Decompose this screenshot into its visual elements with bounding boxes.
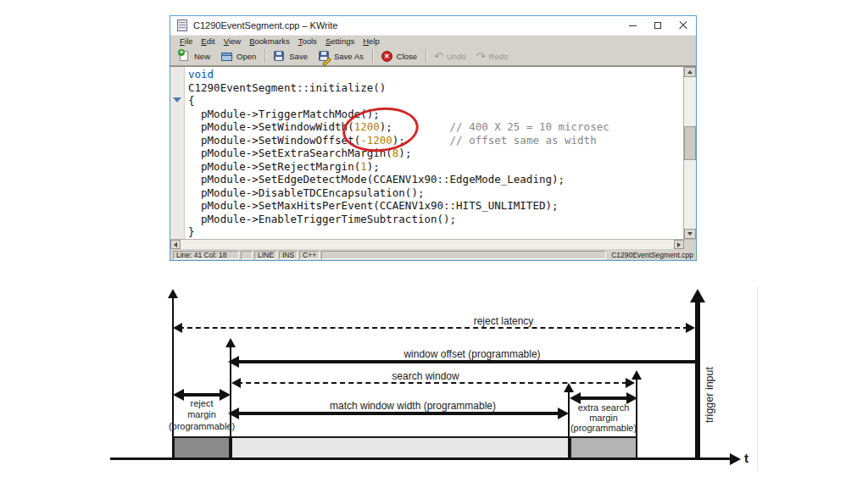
match-window-line <box>236 412 559 415</box>
trigger-input-line <box>695 301 700 458</box>
reject-latency-label: reject latency <box>474 315 534 327</box>
search-window-left-arrowhead <box>231 378 241 388</box>
reject-margin-label-line3: (programmable) <box>169 421 235 431</box>
window-offset-label: window offset (programmable) <box>403 348 540 360</box>
time-axis-label: t <box>744 451 748 465</box>
window-offset-arrowhead <box>228 356 239 368</box>
reject-margin-box <box>173 436 231 459</box>
reject-margin-arrow <box>181 393 222 396</box>
extra-margin-arrow <box>578 396 629 400</box>
time-axis <box>110 458 735 460</box>
reject-margin-right-arrowhead <box>220 389 231 401</box>
match-window-box <box>231 436 570 459</box>
window-offset-line <box>236 360 696 363</box>
extra-margin-label-line3: (programmable) <box>570 423 637 433</box>
reject-latency-left-arrowhead <box>173 323 182 333</box>
search-window-label: search window <box>392 370 459 382</box>
slide-canvas: C1290EventSegment.cpp – KWrite File Edit… <box>0 0 868 488</box>
reject-margin-label-line1: reject <box>191 398 214 408</box>
time-axis-arrowhead <box>730 453 741 465</box>
figure-edge-line <box>757 286 758 471</box>
reject-latency-line <box>179 327 688 329</box>
left-boundary-line <box>172 297 174 458</box>
extra-margin-label-line2: margin <box>589 413 618 423</box>
reject-latency-right-arrowhead <box>686 323 695 333</box>
extra-margin-label-line1: extra search <box>578 402 630 413</box>
search-end-line <box>636 378 637 458</box>
reject-margin-label-line2: margin <box>187 409 216 419</box>
trigger-matching-diagram: t reject latency window offset (programm… <box>0 0 868 488</box>
match-window-label: match window width (programmable) <box>330 400 496 412</box>
reject-margin-left-arrowhead <box>173 389 184 401</box>
match-window-left-arrowhead <box>228 408 239 419</box>
extra-search-margin-box <box>570 436 637 459</box>
trigger-input-label: trigger input <box>704 367 715 423</box>
